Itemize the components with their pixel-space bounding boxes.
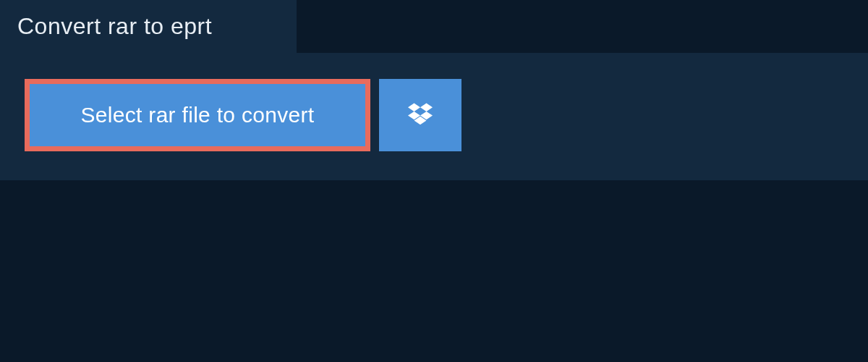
select-file-label: Select rar file to convert <box>81 103 315 127</box>
select-file-button[interactable]: Select rar file to convert <box>25 79 370 151</box>
dropbox-icon <box>408 103 433 127</box>
page-title: Convert rar to eprt <box>17 13 273 40</box>
dropbox-button[interactable] <box>379 79 461 151</box>
tab-header: Convert rar to eprt <box>0 0 297 53</box>
upload-panel: Select rar file to convert <box>0 53 868 180</box>
